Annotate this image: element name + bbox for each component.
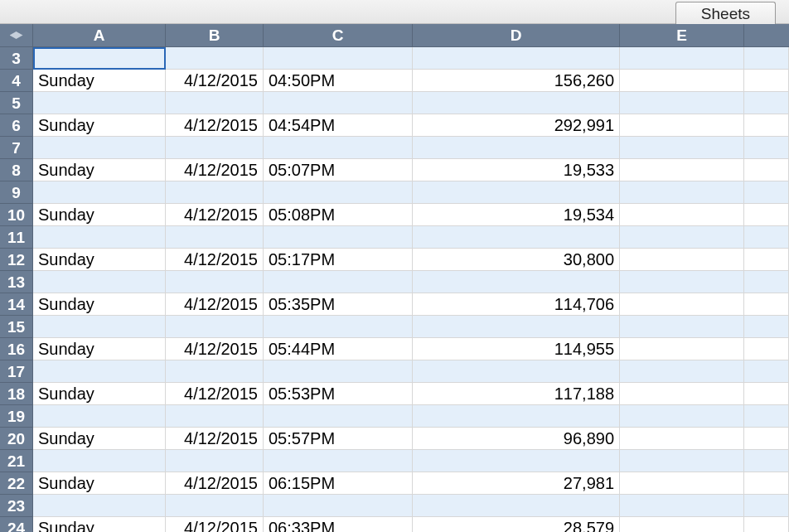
select-all-corner[interactable]	[0, 24, 33, 47]
column-header-A[interactable]: A	[33, 24, 166, 47]
cell[interactable]	[166, 181, 264, 204]
cell[interactable]	[413, 137, 620, 159]
cell[interactable]	[264, 47, 413, 70]
cell[interactable]: Sunday	[33, 114, 166, 137]
cell[interactable]	[744, 405, 789, 428]
cell[interactable]: 292,991	[413, 114, 620, 137]
cell[interactable]	[264, 271, 413, 293]
cell[interactable]	[33, 271, 166, 293]
column-header-blank[interactable]	[744, 24, 789, 47]
cell[interactable]: 4/12/2015	[166, 249, 264, 271]
row-header[interactable]: 24	[0, 517, 33, 532]
cell[interactable]: 4/12/2015	[166, 338, 264, 360]
cell[interactable]	[413, 495, 620, 517]
cell[interactable]: Sunday	[33, 70, 166, 92]
cell[interactable]: 06:33PM	[264, 517, 413, 532]
row-header[interactable]: 19	[0, 405, 33, 428]
cell[interactable]	[744, 271, 789, 293]
cell[interactable]	[33, 450, 166, 472]
cell[interactable]	[620, 450, 744, 472]
cell[interactable]: 117,188	[413, 383, 620, 405]
cell[interactable]	[744, 472, 789, 495]
cell[interactable]	[620, 181, 744, 204]
cell[interactable]: Sunday	[33, 472, 166, 495]
cell[interactable]	[620, 472, 744, 495]
tab-sheets[interactable]: Sheets	[675, 2, 776, 27]
row-header[interactable]: 8	[0, 159, 33, 181]
cell[interactable]	[744, 383, 789, 405]
cell[interactable]	[744, 92, 789, 114]
cell[interactable]	[166, 47, 264, 70]
cell[interactable]: Sunday	[33, 159, 166, 181]
cell[interactable]: 05:35PM	[264, 293, 413, 316]
cell[interactable]: 04:54PM	[264, 114, 413, 137]
cell[interactable]: 05:53PM	[264, 383, 413, 405]
cell[interactable]	[264, 181, 413, 204]
cell[interactable]	[620, 517, 744, 532]
cell[interactable]: 4/12/2015	[166, 472, 264, 495]
cell[interactable]	[166, 92, 264, 114]
cell[interactable]	[620, 495, 744, 517]
cell[interactable]	[166, 450, 264, 472]
row-header[interactable]: 12	[0, 249, 33, 271]
row-header[interactable]: 18	[0, 383, 33, 405]
cell[interactable]	[744, 159, 789, 181]
row-header[interactable]: 4	[0, 70, 33, 92]
cell[interactable]	[744, 137, 789, 159]
cell[interactable]	[413, 47, 620, 70]
cell[interactable]	[744, 360, 789, 383]
cell[interactable]	[620, 204, 744, 226]
cell[interactable]: 4/12/2015	[166, 70, 264, 92]
cell[interactable]: 28,579	[413, 517, 620, 532]
cell[interactable]: Sunday	[33, 428, 166, 450]
cell[interactable]	[413, 405, 620, 428]
cell[interactable]	[744, 338, 789, 360]
row-header[interactable]: 10	[0, 204, 33, 226]
cell[interactable]	[620, 360, 744, 383]
cell[interactable]	[620, 92, 744, 114]
cell[interactable]: 96,890	[413, 428, 620, 450]
cell[interactable]: 156,260	[413, 70, 620, 92]
cell[interactable]	[744, 114, 789, 137]
column-header-B[interactable]: B	[166, 24, 264, 47]
cell[interactable]: 05:08PM	[264, 204, 413, 226]
cell[interactable]	[166, 137, 264, 159]
cell[interactable]	[33, 47, 166, 70]
cell[interactable]: 4/12/2015	[166, 159, 264, 181]
cell[interactable]	[744, 70, 789, 92]
cell[interactable]: Sunday	[33, 383, 166, 405]
row-header[interactable]: 7	[0, 137, 33, 159]
cell[interactable]	[744, 450, 789, 472]
cell[interactable]	[620, 405, 744, 428]
cell[interactable]	[620, 114, 744, 137]
cell[interactable]	[166, 405, 264, 428]
cell[interactable]	[264, 360, 413, 383]
cell[interactable]	[166, 316, 264, 338]
cell[interactable]: 4/12/2015	[166, 517, 264, 532]
cell[interactable]	[620, 137, 744, 159]
cell[interactable]: 4/12/2015	[166, 383, 264, 405]
row-header[interactable]: 21	[0, 450, 33, 472]
cell[interactable]: 4/12/2015	[166, 293, 264, 316]
cell[interactable]	[413, 271, 620, 293]
cell[interactable]: 4/12/2015	[166, 428, 264, 450]
cell[interactable]	[413, 92, 620, 114]
row-header[interactable]: 6	[0, 114, 33, 137]
cell[interactable]: Sunday	[33, 249, 166, 271]
cell[interactable]	[166, 226, 264, 249]
cell[interactable]	[264, 495, 413, 517]
cell[interactable]: 4/12/2015	[166, 114, 264, 137]
cell[interactable]	[264, 450, 413, 472]
row-header[interactable]: 9	[0, 181, 33, 204]
cell[interactable]	[620, 293, 744, 316]
cell[interactable]: 04:50PM	[264, 70, 413, 92]
cell[interactable]: Sunday	[33, 204, 166, 226]
cell[interactable]	[413, 226, 620, 249]
row-header[interactable]: 3	[0, 47, 33, 70]
cell[interactable]	[744, 249, 789, 271]
cell[interactable]: 27,981	[413, 472, 620, 495]
cell[interactable]: 19,534	[413, 204, 620, 226]
cell[interactable]	[620, 47, 744, 70]
cell[interactable]: 114,955	[413, 338, 620, 360]
cell[interactable]	[33, 137, 166, 159]
